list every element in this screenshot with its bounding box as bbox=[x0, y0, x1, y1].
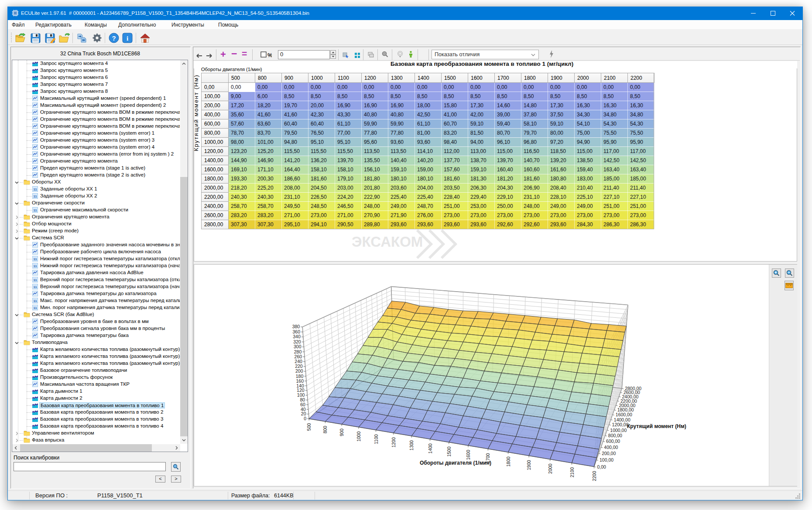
svg-text:360: 360 bbox=[292, 329, 300, 334]
svg-text:500: 500 bbox=[306, 423, 312, 431]
svg-text:2800,00: 2800,00 bbox=[625, 386, 641, 391]
svg-text:800: 800 bbox=[322, 426, 328, 434]
svg-text:1300: 1300 bbox=[409, 440, 414, 451]
svg-text:11: 11 bbox=[33, 278, 37, 282]
svg-text:200: 200 bbox=[295, 368, 303, 374]
svg-text:1200: 1200 bbox=[391, 437, 396, 448]
svg-text:2200: 2200 bbox=[592, 471, 597, 481]
svg-text:11: 11 bbox=[33, 264, 37, 268]
svg-text:400,00: 400,00 bbox=[604, 445, 618, 450]
svg-text:1400,00: 1400,00 bbox=[614, 417, 630, 422]
svg-text:1800: 1800 bbox=[506, 456, 511, 467]
svg-text:60: 60 bbox=[300, 402, 305, 407]
svg-text:340: 340 bbox=[293, 334, 301, 339]
svg-text:800,00: 800,00 bbox=[608, 433, 622, 438]
svg-text:11: 11 bbox=[33, 257, 37, 261]
svg-text:1600: 1600 bbox=[466, 450, 471, 460]
svg-text:i: i bbox=[127, 35, 128, 42]
svg-text:0: 0 bbox=[304, 416, 306, 421]
svg-text:0,00: 0,00 bbox=[597, 464, 606, 469]
svg-text:?: ? bbox=[112, 34, 116, 42]
svg-text:11: 11 bbox=[33, 299, 37, 303]
svg-text:Крутящий момент (Нм): Крутящий момент (Нм) bbox=[627, 423, 686, 429]
svg-text:2100: 2100 bbox=[569, 467, 575, 478]
svg-text:100: 100 bbox=[297, 392, 305, 398]
svg-text:120: 120 bbox=[297, 388, 305, 393]
svg-text:160: 160 bbox=[296, 378, 304, 384]
svg-text:1400: 1400 bbox=[428, 443, 433, 454]
svg-text:11: 11 bbox=[33, 194, 37, 198]
svg-text:1500: 1500 bbox=[446, 446, 452, 457]
svg-text:180: 180 bbox=[296, 374, 304, 379]
svg-text:%: % bbox=[267, 52, 272, 58]
svg-text:200,00: 200,00 bbox=[602, 451, 616, 456]
svg-text:1600,00: 1600,00 bbox=[616, 412, 632, 417]
svg-text:100,00: 100,00 bbox=[600, 457, 613, 462]
svg-text:40: 40 bbox=[301, 407, 306, 412]
svg-text:240: 240 bbox=[295, 359, 302, 364]
svg-text:1900: 1900 bbox=[526, 460, 531, 470]
svg-text:11: 11 bbox=[33, 306, 37, 310]
svg-text:2000: 2000 bbox=[548, 463, 553, 474]
svg-text:80: 80 bbox=[300, 397, 305, 402]
svg-text:280: 280 bbox=[294, 349, 302, 354]
svg-text:11: 11 bbox=[33, 208, 37, 212]
svg-text:320: 320 bbox=[293, 339, 301, 344]
svg-text:300: 300 bbox=[294, 344, 302, 349]
svg-text:220: 220 bbox=[295, 364, 303, 369]
svg-text:1800,00: 1800,00 bbox=[617, 407, 634, 412]
svg-text:20: 20 bbox=[301, 411, 306, 416]
svg-text:380: 380 bbox=[292, 324, 300, 329]
svg-text:Обороты двигателя (1/мин): Обороты двигателя (1/мин) bbox=[420, 460, 491, 466]
svg-text:1000,00: 1000,00 bbox=[610, 428, 627, 433]
svg-text:11: 11 bbox=[33, 285, 37, 289]
svg-text:1000: 1000 bbox=[356, 432, 361, 442]
svg-text:140: 140 bbox=[296, 383, 304, 388]
svg-text:900: 900 bbox=[339, 428, 344, 436]
svg-text:600,00: 600,00 bbox=[606, 439, 620, 444]
svg-text:1100: 1100 bbox=[373, 434, 379, 444]
svg-text:11: 11 bbox=[33, 187, 37, 191]
svg-text:1200,00: 1200,00 bbox=[612, 422, 629, 427]
svg-text:260: 260 bbox=[295, 354, 302, 359]
